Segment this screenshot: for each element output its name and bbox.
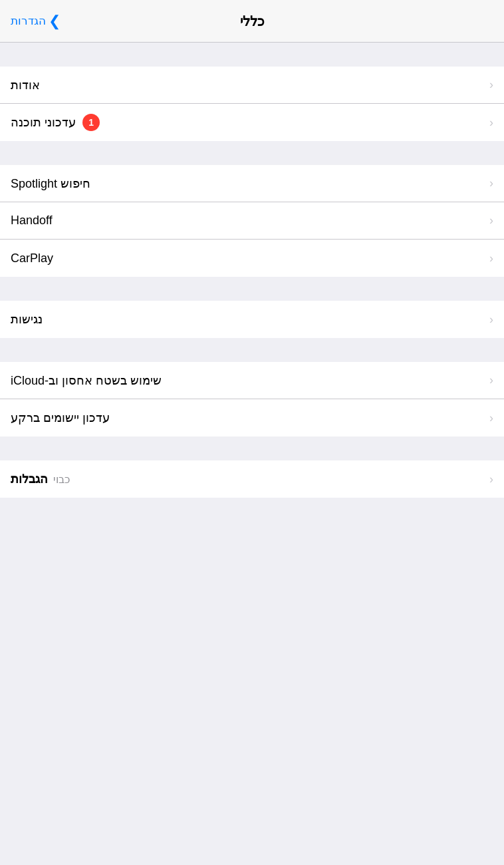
spotlight-item-left: חיפוש Spotlight [11,176,90,191]
about-item-left: אודות [11,78,40,92]
section-spacer-2 [0,141,504,165]
background-refresh-item[interactable]: ‹ עדכון יישומים ברקע [0,399,504,436]
section-1: ‹ אודות ‹ 1 עדכוני תוכנה [0,67,504,141]
restrictions-label: הגבלות [11,472,48,486]
carplay-item[interactable]: ‹ CarPlay [0,240,504,277]
carplay-label: CarPlay [11,252,53,265]
icloud-storage-chevron-icon: ‹ [489,373,493,387]
section-5: ‹ כבוי הגבלות [0,460,504,498]
section-spacer-1 [0,43,504,67]
carplay-item-left: CarPlay [11,252,53,265]
page-header: כללי ❯ הגדרות [0,0,504,43]
spotlight-chevron-icon: ‹ [489,176,493,190]
icloud-storage-item-left: שימוש בשטח אחסון וב-iCloud [11,373,162,388]
icloud-storage-label: שימוש בשטח אחסון וב-iCloud [11,373,162,388]
restrictions-item-right: כבוי הגבלות [11,472,70,486]
background-refresh-chevron-icon: ‹ [489,411,493,425]
accessibility-chevron-icon: ‹ [489,313,493,327]
carplay-chevron-icon: ‹ [489,252,493,265]
section-spacer-5 [0,436,504,460]
software-update-badge: 1 [82,114,100,131]
handoff-item[interactable]: ‹ Handoff [0,202,504,240]
software-update-label: עדכוני תוכנה [11,115,76,130]
software-update-chevron-icon: ‹ [489,116,493,130]
restrictions-item[interactable]: ‹ כבוי הגבלות [0,460,504,498]
software-update-item-left: 1 עדכוני תוכנה [11,114,100,131]
accessibility-label: נגישות [11,312,43,327]
restrictions-chevron-icon: ‹ [489,472,493,486]
handoff-item-left: Handoff [11,214,53,228]
section-3: ‹ נגישות [0,301,504,338]
back-label: הגדרות [11,14,46,28]
about-chevron-icon: ‹ [489,78,493,92]
handoff-label: Handoff [11,214,53,228]
background-refresh-label: עדכון יישומים ברקע [11,411,110,425]
spotlight-item[interactable]: ‹ חיפוש Spotlight [0,165,504,202]
accessibility-item-left: נגישות [11,312,43,327]
about-label: אודות [11,78,40,92]
about-item[interactable]: ‹ אודות [0,67,504,104]
icloud-storage-item[interactable]: ‹ שימוש בשטח אחסון וב-iCloud [0,362,504,399]
software-update-item[interactable]: ‹ 1 עדכוני תוכנה [0,104,504,141]
section-spacer-4 [0,338,504,362]
back-chevron-icon: ❯ [49,13,61,30]
page-title: כללי [240,13,265,29]
section-spacer-3 [0,277,504,301]
handoff-chevron-icon: ‹ [489,214,493,228]
restrictions-sub-label: כבוי [53,473,70,486]
background-refresh-item-left: עדכון יישומים ברקע [11,411,110,425]
back-button[interactable]: ❯ הגדרות [11,13,61,30]
section-4: ‹ שימוש בשטח אחסון וב-iCloud ‹ עדכון ייש… [0,362,504,436]
section-2: ‹ חיפוש Spotlight ‹ Handoff ‹ CarPlay [0,165,504,277]
accessibility-item[interactable]: ‹ נגישות [0,301,504,338]
spotlight-label: חיפוש Spotlight [11,176,90,191]
